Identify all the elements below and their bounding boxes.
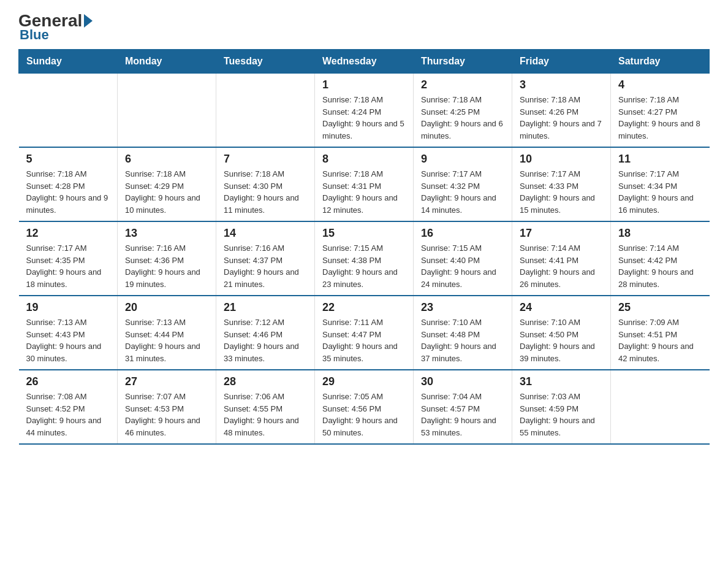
- day-info: Sunrise: 7:13 AMSunset: 4:44 PMDaylight:…: [125, 316, 208, 364]
- calendar-day-31: 31Sunrise: 7:03 AMSunset: 4:59 PMDayligh…: [512, 370, 611, 444]
- day-info: Sunrise: 7:09 AMSunset: 4:51 PMDaylight:…: [618, 316, 702, 364]
- calendar-day-19: 19Sunrise: 7:13 AMSunset: 4:43 PMDayligh…: [19, 296, 118, 370]
- calendar-table: SundayMondayTuesdayWednesdayThursdayFrid…: [18, 49, 710, 445]
- weekday-header-saturday: Saturday: [611, 50, 710, 74]
- day-number: 5: [26, 153, 110, 166]
- day-info: Sunrise: 7:17 AMSunset: 4:34 PMDaylight:…: [618, 168, 702, 216]
- day-number: 3: [520, 79, 603, 91]
- day-number: 15: [322, 227, 406, 240]
- calendar-day-1: 1Sunrise: 7:18 AMSunset: 4:24 PMDaylight…: [315, 74, 414, 148]
- calendar-day-21: 21Sunrise: 7:12 AMSunset: 4:46 PMDayligh…: [216, 296, 315, 370]
- day-number: 22: [322, 301, 406, 314]
- calendar-day-23: 23Sunrise: 7:10 AMSunset: 4:48 PMDayligh…: [414, 296, 512, 370]
- calendar-day-30: 30Sunrise: 7:04 AMSunset: 4:57 PMDayligh…: [414, 370, 512, 444]
- day-info: Sunrise: 7:14 AMSunset: 4:41 PMDaylight:…: [520, 242, 603, 290]
- weekday-header-friday: Friday: [512, 50, 611, 74]
- calendar-day-14: 14Sunrise: 7:16 AMSunset: 4:37 PMDayligh…: [216, 221, 315, 296]
- calendar-day-27: 27Sunrise: 7:07 AMSunset: 4:53 PMDayligh…: [118, 370, 216, 444]
- calendar-week-row: 5Sunrise: 7:18 AMSunset: 4:28 PMDaylight…: [19, 147, 710, 221]
- day-info: Sunrise: 7:06 AMSunset: 4:55 PMDaylight:…: [224, 391, 307, 439]
- calendar-day-3: 3Sunrise: 7:18 AMSunset: 4:26 PMDaylight…: [512, 74, 611, 148]
- day-info: Sunrise: 7:14 AMSunset: 4:42 PMDaylight:…: [618, 242, 702, 290]
- day-number: 14: [224, 227, 307, 240]
- day-info: Sunrise: 7:17 AMSunset: 4:35 PMDaylight:…: [26, 242, 110, 290]
- calendar-day-11: 11Sunrise: 7:17 AMSunset: 4:34 PMDayligh…: [611, 147, 710, 221]
- day-number: 20: [125, 301, 208, 314]
- calendar-day-29: 29Sunrise: 7:05 AMSunset: 4:56 PMDayligh…: [315, 370, 414, 444]
- day-number: 2: [421, 79, 504, 91]
- day-info: Sunrise: 7:07 AMSunset: 4:53 PMDaylight:…: [125, 391, 208, 439]
- weekday-header-wednesday: Wednesday: [315, 50, 414, 74]
- day-info: Sunrise: 7:18 AMSunset: 4:24 PMDaylight:…: [322, 94, 406, 142]
- day-number: 9: [421, 153, 504, 166]
- day-info: Sunrise: 7:10 AMSunset: 4:48 PMDaylight:…: [421, 316, 504, 364]
- weekday-header-row: SundayMondayTuesdayWednesdayThursdayFrid…: [19, 50, 710, 74]
- calendar-day-18: 18Sunrise: 7:14 AMSunset: 4:42 PMDayligh…: [611, 221, 710, 296]
- day-info: Sunrise: 7:10 AMSunset: 4:50 PMDaylight:…: [520, 316, 603, 364]
- calendar-day-empty: [611, 370, 710, 444]
- day-number: 19: [26, 301, 110, 314]
- day-number: 13: [125, 227, 208, 240]
- calendar-day-12: 12Sunrise: 7:17 AMSunset: 4:35 PMDayligh…: [19, 221, 118, 296]
- day-info: Sunrise: 7:18 AMSunset: 4:29 PMDaylight:…: [125, 168, 208, 216]
- calendar-day-13: 13Sunrise: 7:16 AMSunset: 4:36 PMDayligh…: [118, 221, 216, 296]
- calendar-day-2: 2Sunrise: 7:18 AMSunset: 4:25 PMDaylight…: [414, 74, 512, 148]
- logo-arrow-icon: [84, 14, 93, 28]
- calendar-day-6: 6Sunrise: 7:18 AMSunset: 4:29 PMDaylight…: [118, 147, 216, 221]
- day-number: 6: [125, 153, 208, 166]
- day-info: Sunrise: 7:17 AMSunset: 4:33 PMDaylight:…: [520, 168, 603, 216]
- day-info: Sunrise: 7:11 AMSunset: 4:47 PMDaylight:…: [322, 316, 406, 364]
- calendar-week-row: 26Sunrise: 7:08 AMSunset: 4:52 PMDayligh…: [19, 370, 710, 444]
- day-number: 29: [322, 375, 406, 388]
- day-number: 31: [520, 375, 603, 388]
- calendar-week-row: 1Sunrise: 7:18 AMSunset: 4:24 PMDaylight…: [19, 74, 710, 148]
- calendar-day-24: 24Sunrise: 7:10 AMSunset: 4:50 PMDayligh…: [512, 296, 611, 370]
- day-info: Sunrise: 7:08 AMSunset: 4:52 PMDaylight:…: [26, 391, 110, 439]
- calendar-day-22: 22Sunrise: 7:11 AMSunset: 4:47 PMDayligh…: [315, 296, 414, 370]
- day-info: Sunrise: 7:04 AMSunset: 4:57 PMDaylight:…: [421, 391, 504, 439]
- logo: General Blue: [18, 12, 94, 43]
- calendar-day-7: 7Sunrise: 7:18 AMSunset: 4:30 PMDaylight…: [216, 147, 315, 221]
- calendar-week-row: 19Sunrise: 7:13 AMSunset: 4:43 PMDayligh…: [19, 296, 710, 370]
- calendar-day-4: 4Sunrise: 7:18 AMSunset: 4:27 PMDaylight…: [611, 74, 710, 148]
- day-number: 25: [618, 301, 702, 314]
- calendar-day-20: 20Sunrise: 7:13 AMSunset: 4:44 PMDayligh…: [118, 296, 216, 370]
- calendar-day-15: 15Sunrise: 7:15 AMSunset: 4:38 PMDayligh…: [315, 221, 414, 296]
- calendar-day-28: 28Sunrise: 7:06 AMSunset: 4:55 PMDayligh…: [216, 370, 315, 444]
- day-number: 1: [322, 79, 406, 91]
- calendar-day-10: 10Sunrise: 7:17 AMSunset: 4:33 PMDayligh…: [512, 147, 611, 221]
- day-info: Sunrise: 7:15 AMSunset: 4:40 PMDaylight:…: [421, 242, 504, 290]
- day-number: 28: [224, 375, 307, 388]
- calendar-day-25: 25Sunrise: 7:09 AMSunset: 4:51 PMDayligh…: [611, 296, 710, 370]
- day-info: Sunrise: 7:18 AMSunset: 4:31 PMDaylight:…: [322, 168, 406, 216]
- day-info: Sunrise: 7:17 AMSunset: 4:32 PMDaylight:…: [421, 168, 504, 216]
- calendar-day-empty: [118, 74, 216, 148]
- day-number: 27: [125, 375, 208, 388]
- day-number: 12: [26, 227, 110, 240]
- day-info: Sunrise: 7:18 AMSunset: 4:25 PMDaylight:…: [421, 94, 504, 142]
- calendar-week-row: 12Sunrise: 7:17 AMSunset: 4:35 PMDayligh…: [19, 221, 710, 296]
- day-number: 11: [618, 153, 702, 166]
- day-number: 17: [520, 227, 603, 240]
- calendar-day-empty: [19, 74, 118, 148]
- day-number: 16: [421, 227, 504, 240]
- day-info: Sunrise: 7:05 AMSunset: 4:56 PMDaylight:…: [322, 391, 406, 439]
- page-header: General Blue: [18, 12, 710, 43]
- calendar-day-17: 17Sunrise: 7:14 AMSunset: 4:41 PMDayligh…: [512, 221, 611, 296]
- day-number: 21: [224, 301, 307, 314]
- day-info: Sunrise: 7:13 AMSunset: 4:43 PMDaylight:…: [26, 316, 110, 364]
- weekday-header-thursday: Thursday: [414, 50, 512, 74]
- calendar-day-9: 9Sunrise: 7:17 AMSunset: 4:32 PMDaylight…: [414, 147, 512, 221]
- day-info: Sunrise: 7:16 AMSunset: 4:36 PMDaylight:…: [125, 242, 208, 290]
- day-info: Sunrise: 7:18 AMSunset: 4:26 PMDaylight:…: [520, 94, 603, 142]
- day-number: 10: [520, 153, 603, 166]
- calendar-day-16: 16Sunrise: 7:15 AMSunset: 4:40 PMDayligh…: [414, 221, 512, 296]
- logo-blue-text: Blue: [20, 27, 49, 42]
- day-info: Sunrise: 7:18 AMSunset: 4:30 PMDaylight:…: [224, 168, 307, 216]
- day-info: Sunrise: 7:03 AMSunset: 4:59 PMDaylight:…: [520, 391, 603, 439]
- weekday-header-sunday: Sunday: [19, 50, 118, 74]
- day-info: Sunrise: 7:18 AMSunset: 4:27 PMDaylight:…: [618, 94, 702, 142]
- day-number: 24: [520, 301, 603, 314]
- day-info: Sunrise: 7:16 AMSunset: 4:37 PMDaylight:…: [224, 242, 307, 290]
- calendar-day-empty: [216, 74, 315, 148]
